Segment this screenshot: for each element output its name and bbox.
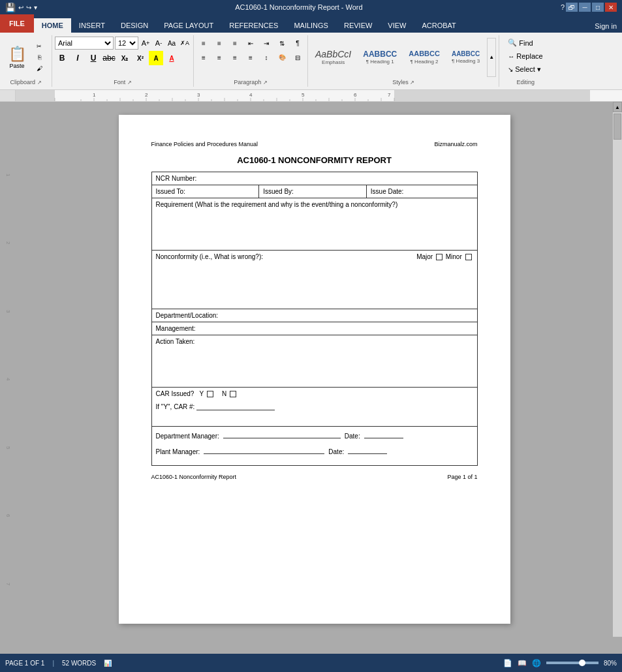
nonconformity-cell[interactable]: Nonconformity (i.e., What is wrong?): Ma…: [151, 251, 477, 309]
style-emphasis[interactable]: AaBbCcI Emphasis: [311, 47, 356, 68]
font-color-button[interactable]: A: [164, 51, 179, 65]
requirement-cell[interactable]: Requirement (What is the requirement and…: [151, 198, 477, 251]
tab-mailings[interactable]: MAILINGS: [286, 18, 336, 33]
ncr-row: NCR Number:: [151, 172, 477, 185]
quick-access-undo[interactable]: ↩: [18, 4, 23, 11]
font-size-select[interactable]: 12: [115, 37, 138, 50]
sign-in-link[interactable]: Sign in: [589, 20, 622, 33]
scroll-up-button[interactable]: ▲: [613, 102, 622, 112]
document-area[interactable]: Finance Policies and Procedures Manual B…: [16, 102, 613, 637]
style-heading2[interactable]: AABBCC ¶ Heading 2: [404, 48, 444, 66]
bold-button[interactable]: B: [55, 51, 69, 65]
find-icon: 🔍: [508, 38, 517, 47]
issue-date-cell[interactable]: Issue Date:: [366, 185, 477, 198]
superscript-button[interactable]: X²: [133, 51, 148, 65]
tab-review[interactable]: REVIEW: [336, 18, 380, 33]
styles-scroll-up[interactable]: ▲: [487, 38, 496, 77]
tab-references[interactable]: REFERENCES: [221, 18, 286, 33]
minor-checkbox[interactable]: [465, 254, 472, 260]
scrollbar[interactable]: ▲: [613, 102, 622, 637]
strikethrough-button[interactable]: abc: [102, 51, 116, 65]
numbering-button[interactable]: ≡: [212, 37, 226, 50]
close-button[interactable]: ✕: [605, 3, 617, 12]
quick-access-redo[interactable]: ↪: [26, 4, 31, 11]
font-shrink-button[interactable]: A-: [153, 37, 164, 49]
borders-button[interactable]: ⊟: [290, 51, 305, 64]
page: Finance Policies and Procedures Manual B…: [119, 115, 510, 624]
car-y-label: Y: [200, 390, 204, 397]
style-emphasis-label: Emphasis: [322, 59, 345, 65]
form-table: NCR Number: Issued To: Issued By: Issue …: [151, 172, 478, 466]
dept-manager-field[interactable]: [223, 429, 341, 438]
maximize-button[interactable]: □: [592, 3, 604, 12]
dept-manager-date-field[interactable]: [364, 429, 403, 438]
restore-button[interactable]: 🗗: [566, 3, 578, 12]
plant-manager-field[interactable]: [204, 445, 324, 454]
svg-text:2: 2: [145, 92, 148, 98]
tab-view[interactable]: VIEW: [380, 18, 414, 33]
underline-button[interactable]: U: [86, 51, 101, 65]
car-number-field[interactable]: [196, 401, 275, 410]
tab-home[interactable]: HOME: [34, 18, 71, 33]
tab-design[interactable]: DESIGN: [113, 18, 156, 33]
multilevel-button[interactable]: ≡: [228, 37, 242, 50]
style-heading3[interactable]: AABBCC ¶ Heading 3: [447, 48, 484, 66]
major-checkbox[interactable]: [436, 254, 443, 260]
car-n-checkbox[interactable]: [230, 391, 236, 397]
tab-page-layout[interactable]: PAGE LAYOUT: [156, 18, 221, 33]
dept-location-cell[interactable]: Department/Location:: [151, 309, 477, 322]
svg-text:4: 4: [249, 92, 253, 98]
paste-button[interactable]: 📋 Paste: [3, 41, 31, 74]
text-highlight-button[interactable]: A: [149, 51, 163, 65]
font-family-select[interactable]: Arial: [55, 37, 114, 50]
help-button[interactable]: ?: [561, 3, 565, 11]
increase-indent-button[interactable]: ⇥: [259, 37, 273, 50]
bullets-button[interactable]: ≡: [196, 37, 211, 50]
subscript-button[interactable]: X₂: [117, 51, 132, 65]
tab-insert[interactable]: INSERT: [71, 18, 113, 33]
change-case-button[interactable]: Aa: [166, 37, 178, 49]
signatures-row: Department Manager: Date: Plant Manager:…: [151, 427, 477, 466]
align-right-button[interactable]: ≡: [228, 51, 242, 64]
management-cell[interactable]: Management:: [151, 322, 477, 335]
align-center-button[interactable]: ≡: [212, 51, 226, 64]
replace-button[interactable]: ↔ Replace: [505, 50, 546, 62]
font-grow-button[interactable]: A+: [140, 37, 151, 49]
car-issued-cell[interactable]: CAR Issued? Y N If "Y", CAR #:: [151, 388, 477, 427]
find-button[interactable]: 🔍 Find: [505, 37, 546, 49]
justify-button[interactable]: ≡: [243, 51, 258, 64]
clear-formatting-button[interactable]: ✗A: [179, 37, 191, 49]
footer-right: Page 1 of 1: [447, 474, 477, 480]
align-left-button[interactable]: ≡: [196, 51, 211, 64]
italic-button[interactable]: I: [70, 51, 85, 65]
tab-acrobat[interactable]: ACROBAT: [414, 18, 463, 33]
show-marks-button[interactable]: ¶: [290, 37, 305, 50]
issued-by-cell[interactable]: Issued By:: [259, 185, 367, 198]
action-taken-cell[interactable]: Action Taken:: [151, 335, 477, 388]
scroll-thumb[interactable]: [614, 114, 621, 140]
car-y-checkbox[interactable]: [207, 391, 213, 397]
replace-label: Replace: [516, 52, 542, 60]
issue-date-label: Issue Date:: [371, 188, 404, 195]
minimize-button[interactable]: ─: [579, 3, 591, 12]
ruler-corner[interactable]: [0, 90, 16, 102]
issued-to-cell[interactable]: Issued To:: [151, 185, 259, 198]
action-row: Action Taken:: [151, 335, 477, 388]
ncr-number-cell[interactable]: NCR Number:: [151, 172, 477, 185]
line-spacing-button[interactable]: ↕: [259, 51, 273, 64]
svg-text:1: 1: [93, 92, 96, 98]
action-taken-label: Action Taken:: [156, 338, 195, 345]
cut-button[interactable]: ✂: [33, 41, 46, 52]
paragraph-group: ≡ ≡ ≡ ⇤ ⇥ ⇅ ¶ ≡ ≡ ≡ ≡ ↕ 🎨 ⊟ Paragraph ↗: [194, 35, 308, 87]
shading-button[interactable]: 🎨: [275, 51, 289, 64]
tab-file[interactable]: FILE: [0, 14, 34, 33]
style-heading1[interactable]: AABBCC ¶ Heading 1: [358, 48, 401, 67]
plant-manager-date-field[interactable]: [348, 445, 387, 454]
sort-button[interactable]: ⇅: [275, 37, 289, 50]
copy-button[interactable]: ⎘: [33, 52, 46, 63]
style-heading2-label: ¶ Heading 2: [411, 59, 439, 65]
requirement-label: Requirement (What is the requirement and…: [156, 201, 398, 208]
decrease-indent-button[interactable]: ⇤: [243, 37, 258, 50]
select-button[interactable]: ↘ Select ▾: [505, 63, 546, 76]
format-painter-button[interactable]: 🖌: [33, 63, 46, 74]
